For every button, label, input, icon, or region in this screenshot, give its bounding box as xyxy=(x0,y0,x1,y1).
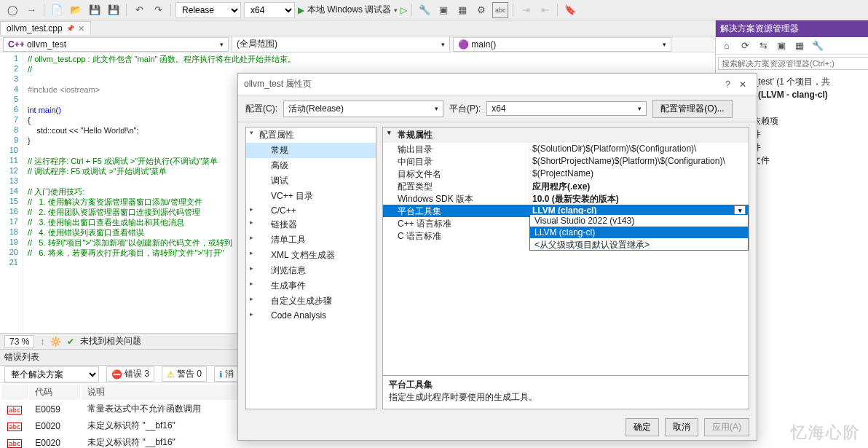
tree-node[interactable]: Code Analysis xyxy=(246,309,376,322)
close-icon[interactable]: ✕ xyxy=(78,24,84,34)
platform-select[interactable]: x64 xyxy=(244,2,295,18)
tree-node[interactable]: 常规 xyxy=(246,143,376,158)
config-manager-button[interactable]: 配置管理器(O)... xyxy=(652,100,732,118)
dropdown-option[interactable]: LLVM (clang-cl) xyxy=(530,227,748,238)
tree-node[interactable]: 链接器 xyxy=(246,217,376,232)
col-code[interactable]: 代码 xyxy=(29,385,80,400)
health-icon: 🔆 xyxy=(50,337,61,347)
global-combo[interactable]: (全局范围)▾ xyxy=(232,36,450,52)
abc-icon[interactable]: abc xyxy=(492,2,508,18)
config-value-combo[interactable]: 活动(Release)▾ xyxy=(283,101,443,117)
property-pages-dialog: ollvm_test 属性页 ? ✕ 配置(C): 活动(Release)▾ 平… xyxy=(237,73,757,441)
debug-target-label[interactable]: 本地 Windows 调试器 xyxy=(307,4,391,16)
ok-button[interactable]: 确定 xyxy=(626,418,659,436)
error-scope-select[interactable]: 整个解决方案 xyxy=(4,366,99,382)
save-icon[interactable]: 💾 xyxy=(87,2,103,18)
solution-toolbar: ⌂ ⟳ ⇆ ▣ ▦ 🔧 xyxy=(716,37,868,55)
undo-icon[interactable]: ↶ xyxy=(131,2,147,18)
watermark: 忆海心阶 xyxy=(791,422,861,444)
apply-button[interactable]: 应用(A) xyxy=(704,418,749,436)
tree-node[interactable]: C/C++ xyxy=(246,204,376,217)
nav-back-icon[interactable]: ◯ xyxy=(4,2,20,18)
platform-label: 平台(P): xyxy=(449,103,481,115)
tool2-icon[interactable]: ⚙ xyxy=(473,2,489,18)
home-icon[interactable]: ⌂ xyxy=(719,38,735,54)
property-tree[interactable]: 配置属性 常规高级调试VC++ 目录C/C++链接器清单工具XML 文档生成器浏… xyxy=(245,127,376,409)
zoom-value[interactable]: 73 % xyxy=(4,335,34,348)
warning-count-pill[interactable]: ⚠警告 0 xyxy=(162,366,207,382)
config-label: 配置(C): xyxy=(245,103,277,115)
platform-value-combo[interactable]: x64▾ xyxy=(486,101,647,116)
nav-fwd-icon[interactable]: → xyxy=(23,2,39,18)
tree-node[interactable]: 清单工具 xyxy=(246,232,376,248)
solution-search[interactable] xyxy=(718,57,868,70)
dialog-close-icon[interactable]: ✕ xyxy=(735,79,751,90)
window-icon[interactable]: ▣ xyxy=(435,2,451,18)
main-toolbar: ◯ → 📄 📂 💾 💾 ↶ ↷ Release x64 ▶ 本地 Windows… xyxy=(0,0,868,20)
cancel-button[interactable]: 取消 xyxy=(665,418,698,436)
toolset-dropdown[interactable]: Visual Studio 2022 (v143)LLVM (clang-cl)… xyxy=(529,214,749,251)
refresh-icon[interactable]: ⟳ xyxy=(737,38,753,54)
tree-node[interactable]: 自定义生成步骤 xyxy=(246,294,376,309)
ok-icon: ✔ xyxy=(67,337,74,347)
message-count-pill[interactable]: ℹ消 xyxy=(214,366,239,382)
save-all-icon[interactable]: 💾 xyxy=(106,2,122,18)
line-gutter: 123456789101112131415161718192021 xyxy=(0,52,23,333)
tree-node[interactable]: XML 文档生成器 xyxy=(246,248,376,263)
tree-node[interactable]: 浏览信息 xyxy=(246,263,376,278)
redo-icon[interactable]: ↷ xyxy=(150,2,166,18)
step-icon[interactable]: ⇥ xyxy=(518,2,534,18)
tree-node[interactable]: 高级 xyxy=(246,158,376,173)
property-row[interactable]: 中间目录$(ShortProjectName)$(Platform)\$(Con… xyxy=(383,155,749,168)
solution-title: 解决方案资源管理器 xyxy=(716,20,868,37)
bookmark-icon[interactable]: 🔖 xyxy=(562,2,578,18)
dialog-footer: 确定 取消 应用(A) xyxy=(238,414,757,440)
property-row[interactable]: Windows SDK 版本10.0 (最新安装的版本) xyxy=(383,192,749,205)
func-combo[interactable]: 🟣 main()▾ xyxy=(453,37,671,52)
property-grid[interactable]: 常规属性 输出目录$(SolutionDir)$(Platform)\$(Con… xyxy=(382,127,749,376)
tree-node[interactable]: 调试 xyxy=(246,173,376,189)
file-tab[interactable]: ollvm_test.cpp 📌 ✕ xyxy=(0,21,91,35)
sync-icon[interactable]: ⇆ xyxy=(755,38,771,54)
open-icon[interactable]: 📂 xyxy=(68,2,84,18)
tool-icon[interactable]: 🔧 xyxy=(417,2,433,18)
step2-icon[interactable]: ⇤ xyxy=(537,2,553,18)
tree-node[interactable]: VC++ 目录 xyxy=(246,189,376,204)
tree-root[interactable]: 配置属性 xyxy=(246,127,376,143)
config-select[interactable]: Release xyxy=(175,2,241,18)
dropdown-option[interactable]: <从父级或项目默认设置继承> xyxy=(530,238,748,250)
dropdown-option[interactable]: Visual Studio 2022 (v143) xyxy=(530,215,748,227)
property-description: 平台工具集 指定生成此程序时要使用的生成工具。 xyxy=(382,376,749,409)
issues-label: 未找到相关问题 xyxy=(80,335,141,347)
new-icon[interactable]: 📄 xyxy=(49,2,65,18)
show-all-icon[interactable]: ▦ xyxy=(792,38,808,54)
pin-icon[interactable]: 📌 xyxy=(66,25,74,32)
collapse-icon[interactable]: ▣ xyxy=(773,38,789,54)
layout-icon[interactable]: ▦ xyxy=(454,2,470,18)
help-icon[interactable]: ? xyxy=(721,79,735,90)
scope-combo[interactable]: C++ ollvm_test▾ xyxy=(3,37,229,52)
category-header[interactable]: 常规属性 xyxy=(383,127,749,143)
play-icon[interactable]: ▶ xyxy=(298,5,304,15)
property-row[interactable]: 目标文件名$(ProjectName) xyxy=(383,168,749,180)
tree-node[interactable]: 生成事件 xyxy=(246,278,376,294)
error-count-pill[interactable]: ⛔错误 3 xyxy=(106,366,154,382)
tab-label: ollvm_test.cpp xyxy=(7,23,63,34)
dialog-title: ollvm_test 属性页 xyxy=(244,78,312,90)
play-outline-icon[interactable]: ▷ xyxy=(401,5,407,15)
property-row[interactable]: 配置类型应用程序(.exe) xyxy=(383,180,749,192)
dialog-titlebar: ollvm_test 属性页 ? ✕ xyxy=(238,74,757,95)
dialog-config-row: 配置(C): 活动(Release)▾ 平台(P): x64▾ 配置管理器(O)… xyxy=(238,95,757,122)
property-row[interactable]: 输出目录$(SolutionDir)$(Platform)\$(Configur… xyxy=(383,143,749,155)
props-icon[interactable]: 🔧 xyxy=(810,38,826,54)
